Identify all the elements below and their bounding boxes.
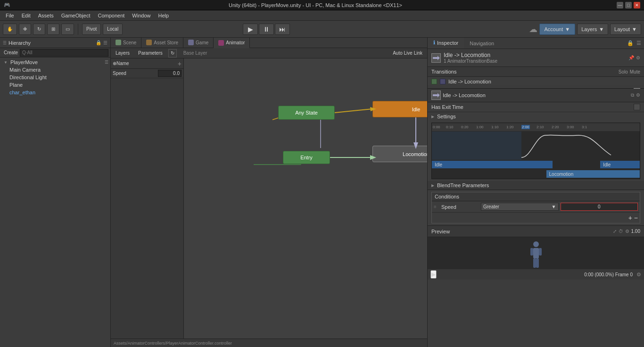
blend-tree-expand-icon bbox=[431, 183, 435, 188]
layout-button[interactable]: Layout ▼ bbox=[610, 24, 641, 35]
pause-button[interactable]: ⏸ bbox=[259, 24, 274, 35]
settings-row[interactable]: Settings bbox=[428, 112, 644, 121]
preview-play-button[interactable]: ▶ bbox=[430, 270, 437, 279]
local-button[interactable]: Local bbox=[103, 24, 123, 35]
animator-content: ⊕Name + Speed bbox=[111, 58, 427, 339]
entry-node[interactable]: Entry bbox=[283, 151, 330, 164]
tab-game[interactable]: Game bbox=[183, 37, 214, 48]
toolbar-separator-1 bbox=[78, 24, 78, 35]
hierarchy-create-button[interactable]: Create bbox=[2, 50, 20, 55]
pivot-button[interactable]: Pivot bbox=[82, 24, 101, 35]
menu-file[interactable]: File bbox=[2, 12, 18, 19]
preview-controls: ⤢ ⏱ ⚙ 1.00 bbox=[613, 229, 640, 234]
condition-operator-select[interactable]: Greater ▼ bbox=[481, 203, 559, 211]
auto-live-link-button[interactable]: Auto Live Link bbox=[390, 50, 425, 57]
pin-icon[interactable]: 📌 bbox=[628, 55, 634, 60]
parameters-button[interactable]: Parameters bbox=[135, 50, 165, 57]
hierarchy-item-plane[interactable]: Plane bbox=[0, 81, 110, 89]
tab-scene[interactable]: Scene bbox=[111, 37, 141, 48]
hierarchy-item-directionallight[interactable]: Directional Light bbox=[0, 74, 110, 81]
param-speed-input[interactable] bbox=[158, 70, 182, 77]
preview-frame-info: 0:00 (000.0%) Frame 0 bbox=[584, 272, 633, 277]
remove-condition-button[interactable]: − bbox=[634, 214, 638, 222]
svg-marker-13 bbox=[438, 93, 439, 98]
tab-animator[interactable]: Animator bbox=[214, 38, 250, 48]
has-exit-time-checkbox[interactable] bbox=[634, 104, 640, 110]
transition-header-right: 📌 ⚙ bbox=[628, 55, 640, 60]
animator-refresh-button[interactable]: ↻ bbox=[168, 49, 177, 58]
blend-tree-header[interactable]: BlendTree Parameters bbox=[428, 181, 644, 190]
condition-row: ≡ Speed Greater ▼ 0 bbox=[432, 201, 640, 213]
preview-settings3-icon[interactable]: ⚙ bbox=[625, 229, 629, 234]
layers-button[interactable]: Layers bbox=[113, 50, 132, 57]
has-exit-time-row: Has Exit Time bbox=[428, 102, 644, 112]
layers-button[interactable]: Layers ▼ bbox=[577, 24, 608, 35]
play-button[interactable]: ▶ bbox=[243, 24, 258, 35]
track-idle[interactable]: Idle bbox=[432, 161, 553, 168]
hierarchy-item-charethan[interactable]: char_ethan bbox=[0, 89, 110, 96]
step-button[interactable]: ⏭ bbox=[275, 24, 290, 35]
play-controls: ▶ ⏸ ⏭ bbox=[243, 24, 290, 35]
transitions-section-header: Transitions Solo Mute bbox=[428, 67, 644, 77]
detail-settings-icon[interactable]: ⚙ bbox=[636, 92, 640, 98]
menu-gameobject[interactable]: GameObject bbox=[58, 12, 94, 19]
account-button[interactable]: Account ▼ bbox=[539, 24, 576, 35]
hierarchy-item-playermove[interactable]: PlayerMove ☰ bbox=[0, 58, 110, 66]
transition-checkbox[interactable] bbox=[431, 79, 437, 84]
preview-settings2-icon[interactable]: ⏱ bbox=[619, 229, 623, 234]
ruler-mark-20: 0:20 bbox=[461, 125, 469, 129]
inspector-tab[interactable]: ℹ Inspector bbox=[428, 38, 464, 49]
inspector-menu-icon[interactable]: ☰ bbox=[636, 40, 641, 46]
svg-rect-17 bbox=[530, 248, 533, 256]
menu-assets[interactable]: Assets bbox=[34, 12, 58, 19]
hierarchy-toolbar: Create bbox=[0, 48, 110, 58]
maximize-button[interactable]: □ bbox=[625, 2, 632, 8]
anim-tab-icon bbox=[218, 40, 224, 46]
hierarchy-menu-icon[interactable]: ☰ bbox=[103, 40, 107, 45]
rotate-tool-button[interactable]: ↻ bbox=[33, 24, 45, 35]
ruler-mark-110: 1:10 bbox=[491, 125, 499, 129]
minimize-button[interactable]: — bbox=[617, 2, 623, 8]
hierarchy-lock-icon[interactable]: 🔒 bbox=[96, 40, 101, 45]
menu-component[interactable]: Component bbox=[94, 12, 128, 19]
inspector-lock-icon[interactable]: 🔒 bbox=[627, 40, 634, 46]
hand-tool-button[interactable]: ✋ bbox=[3, 24, 17, 35]
anystate-node[interactable]: Any State bbox=[278, 106, 335, 120]
solo-label: Solo bbox=[619, 69, 628, 74]
condition-value-input[interactable]: 0 bbox=[561, 203, 638, 211]
scale-tool-button[interactable]: ⊞ bbox=[47, 24, 59, 35]
rect-tool-button[interactable]: ▭ bbox=[61, 24, 74, 35]
add-condition-button[interactable]: + bbox=[628, 214, 632, 222]
transition-item-row[interactable]: Idle -> Locomotion bbox=[428, 77, 644, 87]
ruler-mark-10: 0:10 bbox=[446, 125, 454, 129]
main-area: ☰ Hierarchy 🔒 ☰ Create PlayerMove ☰ Main… bbox=[0, 38, 644, 347]
menu-help[interactable]: Help bbox=[154, 12, 173, 19]
track-idle2[interactable]: Idle bbox=[600, 161, 640, 168]
menu-edit[interactable]: Edit bbox=[18, 12, 34, 19]
menu-window[interactable]: Window bbox=[128, 12, 154, 19]
navigation-tab[interactable]: Navigation bbox=[464, 38, 500, 49]
collapse-icon[interactable]: — bbox=[634, 84, 640, 91]
transition-title: Idle -> Locomotion bbox=[444, 52, 497, 58]
transition-mute-checkbox[interactable] bbox=[440, 79, 446, 84]
close-button[interactable]: ✕ bbox=[634, 2, 640, 8]
condition-drag-icon[interactable]: ≡ bbox=[434, 204, 439, 209]
inspector-tabs: ℹ Inspector Navigation 🔒 ☰ bbox=[428, 38, 644, 49]
svg-point-15 bbox=[533, 241, 539, 247]
animator-canvas[interactable]: Any State Entry Idle Locomotion bbox=[184, 58, 427, 339]
track-locomotion[interactable]: Locomotion bbox=[546, 170, 640, 178]
locomotion-node[interactable]: Locomotion bbox=[372, 146, 427, 162]
hierarchy-item-maincamera[interactable]: Main Camera bbox=[0, 66, 110, 74]
detail-copy-icon[interactable]: ⧉ bbox=[631, 92, 634, 98]
hierarchy-options-icon[interactable]: ☰ bbox=[105, 60, 108, 65]
settings-gear-icon[interactable]: ⚙ bbox=[636, 55, 640, 60]
move-tool-button[interactable]: ✙ bbox=[19, 24, 31, 35]
params-header: ⊕Name + bbox=[111, 58, 183, 69]
add-param-button[interactable]: + bbox=[178, 60, 182, 67]
idle-node[interactable]: Idle bbox=[372, 101, 427, 117]
tab-assetstore[interactable]: Asset Store bbox=[141, 37, 183, 48]
preview-settings-icon[interactable]: ⚙ bbox=[636, 272, 641, 278]
ruler-mark-210: 2:10 bbox=[537, 125, 544, 129]
hierarchy-search-input[interactable] bbox=[20, 49, 108, 57]
preview-expand-icon[interactable]: ⤢ bbox=[613, 229, 617, 234]
